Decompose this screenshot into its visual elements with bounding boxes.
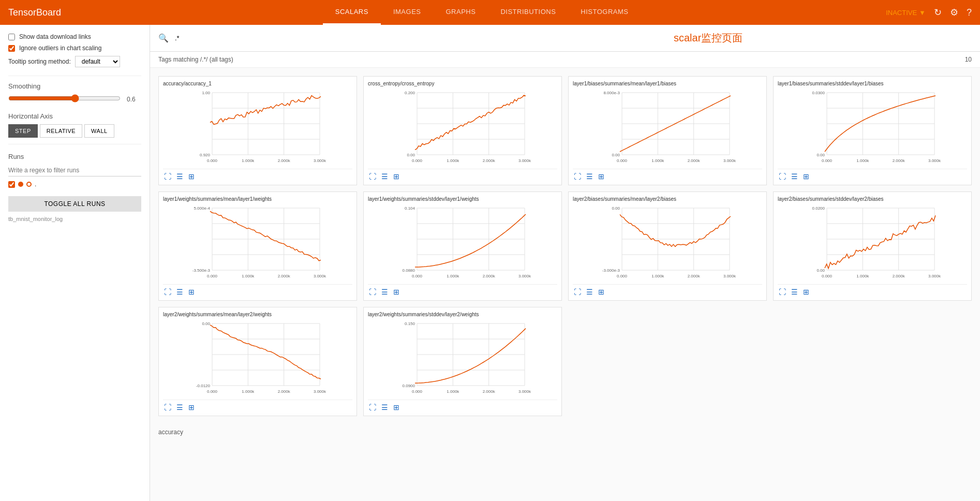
chart-expand-icon-9[interactable]: ⛶ bbox=[368, 403, 377, 411]
chart-grid-icon-0[interactable]: ⊞ bbox=[187, 172, 196, 181]
svg-text:8.000e-3: 8.000e-3 bbox=[603, 91, 620, 95]
svg-text:3.000k: 3.000k bbox=[314, 389, 326, 394]
chart-expand-icon-8[interactable]: ⛶ bbox=[163, 403, 172, 411]
chart-title-8: layer2/weights/summaries/mean/layer2/wei… bbox=[163, 312, 352, 317]
haxis-step-btn[interactable]: STEP bbox=[8, 124, 38, 138]
svg-text:0.000: 0.000 bbox=[412, 158, 423, 163]
chart-menu-icon-4[interactable]: ☰ bbox=[175, 288, 184, 296]
help-icon[interactable]: ? bbox=[967, 7, 972, 18]
tooltip-label: Tooltip sorting method: bbox=[8, 58, 71, 65]
svg-text:0.104: 0.104 bbox=[405, 206, 415, 211]
chart-svg-4: 5.000e-4-3.500e-30.0001.000k2.000k3.000k bbox=[163, 204, 352, 282]
nav-graphs[interactable]: GRAPHS bbox=[434, 0, 488, 25]
nav-images[interactable]: IMAGES bbox=[381, 0, 434, 25]
ignore-outliers-label: Ignore outliers in chart scaling bbox=[19, 45, 101, 52]
chart-title-6: layer2/biases/summaries/mean/layer2/bias… bbox=[573, 196, 762, 202]
chart-svg-8: 0.00-0.01200.0001.000k2.000k3.000k bbox=[163, 319, 352, 397]
chart-expand-icon-3[interactable]: ⛶ bbox=[778, 172, 787, 181]
chart-menu-icon-2[interactable]: ☰ bbox=[585, 172, 594, 181]
charts-grid: accuracy/accuracy_11.000.9200.0001.000k2… bbox=[150, 68, 980, 424]
nav-histograms[interactable]: HISTOGRAMS bbox=[568, 0, 641, 25]
chart-menu-icon-0[interactable]: ☰ bbox=[175, 172, 184, 181]
chart-menu-icon-8[interactable]: ☰ bbox=[175, 403, 184, 411]
smoothing-slider[interactable] bbox=[8, 94, 121, 102]
chart-title-9: layer2/weights/summaries/stddev/layer2/w… bbox=[368, 312, 557, 317]
run-dot-outline bbox=[26, 182, 32, 187]
chart-svg-7: 0.02000.000.0001.000k2.000k3.000k bbox=[778, 204, 967, 282]
svg-text:1.000k: 1.000k bbox=[242, 389, 255, 394]
svg-text:0.000: 0.000 bbox=[207, 389, 218, 394]
svg-text:3.000k: 3.000k bbox=[723, 274, 736, 278]
chart-grid-icon-3[interactable]: ⊞ bbox=[802, 172, 810, 181]
chart-title-5: layer1/weights/summaries/stddev/layer1/w… bbox=[368, 196, 557, 202]
svg-text:0.000: 0.000 bbox=[822, 274, 833, 278]
app-layout: Show data download links Ignore outliers… bbox=[0, 25, 980, 501]
chart-grid-icon-8[interactable]: ⊞ bbox=[187, 403, 196, 411]
search-icon: 🔍 bbox=[158, 33, 169, 43]
svg-text:3.000k: 3.000k bbox=[314, 274, 326, 278]
sidebar: Show data download links Ignore outliers… bbox=[0, 25, 150, 501]
nav-distributions[interactable]: DISTRIBUTIONS bbox=[488, 0, 568, 25]
chart-expand-icon-5[interactable]: ⛶ bbox=[368, 288, 377, 296]
chart-controls-1: ⛶☰⊞ bbox=[368, 169, 557, 181]
svg-text:0.200: 0.200 bbox=[405, 91, 415, 95]
svg-text:1.000k: 1.000k bbox=[242, 158, 255, 163]
chart-expand-icon-7[interactable]: ⛶ bbox=[778, 288, 787, 296]
chart-menu-icon-1[interactable]: ☰ bbox=[380, 172, 389, 181]
svg-text:2.000k: 2.000k bbox=[483, 158, 496, 163]
chart-menu-icon-3[interactable]: ☰ bbox=[790, 172, 799, 181]
chart-title-4: layer1/weights/summaries/mean/layer1/wei… bbox=[163, 196, 352, 202]
run-item: . bbox=[8, 181, 141, 188]
runs-label: Runs bbox=[8, 153, 141, 160]
chart-expand-icon-4[interactable]: ⛶ bbox=[163, 288, 172, 296]
tags-count: 10 bbox=[965, 56, 972, 63]
haxis-relative-btn[interactable]: RELATIVE bbox=[40, 124, 82, 138]
divider2 bbox=[8, 144, 141, 144]
chart-grid-icon-1[interactable]: ⊞ bbox=[392, 172, 400, 181]
chart-title-7: layer2/biases/summaries/stddev/layer2/bi… bbox=[778, 196, 967, 202]
svg-text:0.0900: 0.0900 bbox=[403, 384, 415, 388]
chart-expand-icon-6[interactable]: ⛶ bbox=[573, 288, 582, 296]
chart-controls-7: ⛶☰⊞ bbox=[778, 284, 967, 296]
chart-expand-icon-0[interactable]: ⛶ bbox=[163, 172, 172, 181]
chart-expand-icon-2[interactable]: ⛶ bbox=[573, 172, 582, 181]
runs-filter-input[interactable] bbox=[8, 165, 141, 176]
haxis-wall-btn[interactable]: WALL bbox=[84, 124, 114, 138]
ignore-outliers-checkbox[interactable] bbox=[8, 45, 15, 52]
chart-svg-0: 1.000.9200.0001.000k2.000k3.000k bbox=[163, 89, 352, 166]
chart-grid-icon-5[interactable]: ⊞ bbox=[392, 288, 400, 296]
chart-card-1: cross_entropy/cross_entropy0.2000.000.00… bbox=[363, 76, 562, 185]
tooltip-row: Tooltip sorting method: default bbox=[8, 56, 141, 67]
chart-card-3: layer1/biases/summaries/stddev/layer1/bi… bbox=[773, 76, 972, 185]
svg-text:0.000: 0.000 bbox=[822, 158, 833, 163]
show-download-checkbox[interactable] bbox=[8, 34, 15, 40]
main-nav: SCALARS IMAGES GRAPHS DISTRIBUTIONS HIST… bbox=[78, 0, 886, 25]
chart-menu-icon-9[interactable]: ☰ bbox=[380, 403, 389, 411]
nav-scalars[interactable]: SCALARS bbox=[323, 0, 381, 25]
tags-text: Tags matching /.*/ (all tags) bbox=[158, 56, 233, 63]
toggle-all-runs-btn[interactable]: TOGGLE ALL RUNS bbox=[8, 196, 141, 212]
chart-menu-icon-7[interactable]: ☰ bbox=[790, 288, 799, 296]
chart-grid-icon-4[interactable]: ⊞ bbox=[187, 288, 196, 296]
chart-controls-6: ⛶☰⊞ bbox=[573, 284, 762, 296]
chart-expand-icon-1[interactable]: ⛶ bbox=[368, 172, 377, 181]
chart-menu-icon-5[interactable]: ☰ bbox=[380, 288, 389, 296]
chart-grid-icon-2[interactable]: ⊞ bbox=[597, 172, 605, 181]
search-input[interactable] bbox=[175, 34, 438, 42]
tags-bar: Tags matching /.*/ (all tags) 10 bbox=[150, 52, 980, 68]
chart-menu-icon-6[interactable]: ☰ bbox=[585, 288, 594, 296]
run-checkbox[interactable] bbox=[8, 181, 15, 188]
chart-grid-icon-9[interactable]: ⊞ bbox=[392, 403, 400, 411]
chart-card-6: layer2/biases/summaries/mean/layer2/bias… bbox=[568, 191, 767, 301]
chart-card-7: layer2/biases/summaries/stddev/layer2/bi… bbox=[773, 191, 972, 301]
ignore-outliers-option: Ignore outliers in chart scaling bbox=[8, 45, 141, 52]
tooltip-select[interactable]: default bbox=[75, 56, 120, 67]
svg-text:-3.000e-3: -3.000e-3 bbox=[602, 268, 620, 273]
settings-icon[interactable]: ⚙ bbox=[950, 7, 958, 18]
chart-grid-icon-6[interactable]: ⊞ bbox=[597, 288, 605, 296]
refresh-icon[interactable]: ↻ bbox=[934, 7, 942, 18]
inactive-dropdown[interactable]: INACTIVE ▼ bbox=[886, 9, 926, 17]
chart-title-1: cross_entropy/cross_entropy bbox=[368, 81, 557, 86]
chart-grid-icon-7[interactable]: ⊞ bbox=[802, 288, 810, 296]
svg-text:3.000k: 3.000k bbox=[723, 158, 736, 163]
